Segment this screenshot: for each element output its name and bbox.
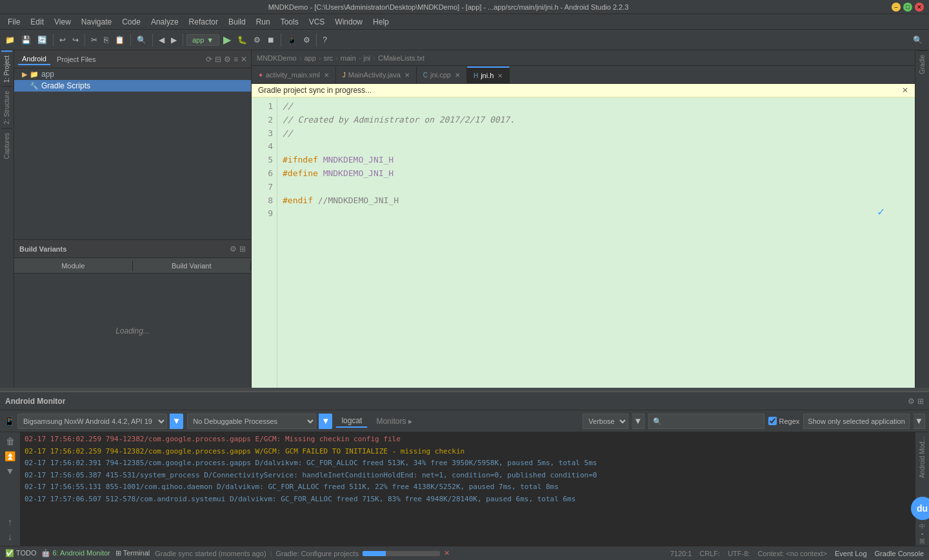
toolbar-find-btn[interactable]: 🔍 — [134, 34, 149, 46]
tree-item-app-label: app — [41, 70, 54, 79]
android-monitor-btn[interactable]: 🤖 6: Android Monitor — [41, 549, 110, 557]
scroll-up-btn[interactable]: ↑ — [6, 515, 14, 528]
close-panel-btn[interactable]: ✕ — [241, 55, 247, 64]
search-everywhere-btn[interactable]: 🔍 — [909, 34, 926, 46]
code-line-5: #ifndef MNDKDEMO_JNI_H — [283, 154, 910, 167]
verbose-select[interactable]: Verbose Debug Info Warn Error — [583, 414, 628, 429]
stop-button[interactable]: ⏹ — [265, 34, 277, 46]
toolbar-fwd-btn[interactable]: ▶ — [168, 34, 179, 46]
menu-vcs[interactable]: VCS — [304, 16, 330, 28]
menu-window[interactable]: Window — [330, 16, 368, 28]
debug-button[interactable]: 🐛 — [235, 34, 250, 46]
verbose-dropdown-btn[interactable]: ▼ — [632, 414, 644, 429]
coverage-button[interactable]: ⚙ — [251, 34, 263, 46]
close-button[interactable]: ✕ — [915, 3, 924, 12]
monitor-settings-btn[interactable]: ⚙ — [908, 397, 915, 406]
android-tab[interactable]: Android — [18, 54, 50, 65]
run-config-selector[interactable]: app ▼ — [186, 34, 219, 46]
settings-btn[interactable]: ⚙ — [224, 55, 231, 64]
monitors-tab-btn[interactable]: Monitors ▸ — [371, 415, 417, 427]
sdk-button[interactable]: ⚙ — [301, 34, 313, 46]
todo-btn[interactable]: ✅ TODO — [5, 549, 36, 557]
menu-tools[interactable]: Tools — [275, 16, 304, 28]
menu-analyze[interactable]: Analyze — [146, 16, 184, 28]
menu-help[interactable]: Help — [368, 16, 394, 28]
gradle-console-btn[interactable]: Gradle Console — [875, 550, 924, 557]
tab-close-cpp[interactable]: ✕ — [455, 72, 460, 79]
scroll-down-btn[interactable]: ↓ — [6, 530, 14, 543]
run-button[interactable]: ▶ — [221, 32, 234, 47]
gradle-tab[interactable]: Gradle — [917, 50, 928, 78]
monitor-content: 🗑 ⏫ ▼ ↑ ↓ 02-17 17:56:02.259 794-12382/c… — [0, 432, 929, 546]
tab-close-h[interactable]: ✕ — [497, 72, 503, 79]
scroll-top-btn[interactable]: ⏫ — [3, 450, 17, 463]
minimize-button[interactable]: – — [892, 3, 901, 12]
tree-item-app[interactable]: ▶ 📁 app — [14, 68, 251, 80]
bc-src[interactable]: src — [323, 54, 333, 62]
toolbar-sync-btn[interactable]: 🔄 — [35, 34, 50, 46]
menu-file[interactable]: File — [3, 16, 25, 28]
toolbar-paste-btn[interactable]: 📋 — [112, 34, 127, 46]
toolbar-save-btn[interactable]: 💾 — [19, 34, 34, 46]
process-dropdown-btn[interactable]: ▼ — [319, 414, 332, 429]
cancel-btn[interactable]: ✕ — [444, 549, 450, 557]
menu-edit[interactable]: Edit — [25, 16, 49, 28]
clear-logcat-btn[interactable]: 🗑 — [5, 435, 16, 448]
show-app-dropdown-btn[interactable]: ▼ — [914, 414, 925, 429]
toolbar-undo-btn[interactable]: ↩ — [57, 34, 68, 46]
logcat-tab-btn[interactable]: logcat — [336, 415, 367, 428]
bc-jni[interactable]: jni — [363, 54, 370, 62]
device-dropdown-btn[interactable]: ▼ — [170, 414, 183, 429]
project-tab[interactable]: 1: Project — [1, 50, 12, 86]
tab-activity-main-xml[interactable]: ✦ activity_main.xml ✕ — [252, 66, 336, 83]
code-content[interactable]: // // Created by Administrator on 2017/2… — [277, 97, 915, 388]
toolbar-redo-btn[interactable]: ↪ — [70, 34, 81, 46]
cpp-icon: C — [423, 72, 428, 79]
structure-tab[interactable]: 2: Structure — [1, 86, 12, 128]
monitor-header: Android Monitor ⚙ ⊞ — [0, 392, 929, 410]
project-files-tab[interactable]: Project Files — [53, 54, 100, 65]
menu-refactor[interactable]: Refactor — [184, 16, 223, 28]
tab-jni-cpp[interactable]: C jni.cpp ✕ — [417, 66, 467, 83]
device-select[interactable]: Bigsamsung NoxW Android 4.4.2, API 19 — [17, 414, 167, 429]
event-log-btn[interactable]: Event Log — [835, 550, 867, 557]
bv-settings-btn[interactable]: ⚙ — [230, 245, 237, 254]
filter-btn[interactable]: ▼ — [5, 465, 16, 477]
toolbar-back-btn[interactable]: ◀ — [156, 34, 167, 46]
monitor-restore-btn[interactable]: ⊞ — [917, 397, 924, 406]
bc-app[interactable]: app — [304, 54, 315, 62]
tab-close-xml[interactable]: ✕ — [324, 72, 329, 79]
sync-close-btn[interactable]: ✕ — [902, 86, 908, 95]
avd-button[interactable]: 📱 — [285, 34, 299, 46]
android-mod-label[interactable]: Android Mod... — [917, 432, 928, 482]
terminal-btn[interactable]: ⊞ Terminal — [115, 549, 150, 557]
regex-checkbox[interactable] — [768, 417, 777, 425]
log-search-input[interactable] — [648, 414, 764, 429]
tab-close-java[interactable]: ✕ — [405, 72, 410, 79]
menu-view[interactable]: View — [49, 16, 76, 28]
tab-jni-h[interactable]: H jni.h ✕ — [467, 66, 510, 83]
bv-close-btn[interactable]: ⊞ — [239, 245, 246, 254]
menu-code[interactable]: Code — [117, 16, 146, 28]
show-app-btn[interactable]: Show only selected application — [803, 414, 909, 429]
captures-tab[interactable]: Captures — [1, 128, 12, 163]
toolbar-copy-btn[interactable]: ⎘ — [101, 34, 111, 46]
bc-mndk[interactable]: MNDKDemo — [257, 54, 297, 62]
collapse-all-btn[interactable]: ⊟ — [215, 55, 221, 64]
bc-file[interactable]: CMakeLists.txt — [378, 54, 425, 62]
help-toolbar-btn[interactable]: ? — [320, 34, 330, 46]
maximize-button[interactable]: □ — [903, 3, 912, 12]
log-area[interactable]: 02-17 17:56:02.259 794-12382/com.google.… — [21, 432, 915, 546]
process-select[interactable]: No Debuggable Processes — [187, 414, 316, 429]
code-editor[interactable]: 1 2 3 4 5 6 7 8 9 // // Created by Admin… — [252, 97, 915, 388]
sync-project-btn[interactable]: ⟳ — [206, 55, 212, 64]
toolbar-cut-btn[interactable]: ✂ — [88, 34, 100, 46]
menu-run[interactable]: Run — [251, 16, 275, 28]
tab-mainactivity-java[interactable]: J MainActivity.java ✕ — [336, 66, 417, 83]
menu-build[interactable]: Build — [223, 16, 251, 28]
tree-item-gradle-scripts[interactable]: 🔧 Gradle Scripts — [14, 80, 251, 92]
menu-navigate[interactable]: Navigate — [76, 16, 117, 28]
more-options-btn[interactable]: ≡ — [234, 55, 238, 64]
bc-main[interactable]: main — [341, 54, 356, 62]
toolbar-open-btn[interactable]: 📁 — [3, 34, 17, 46]
